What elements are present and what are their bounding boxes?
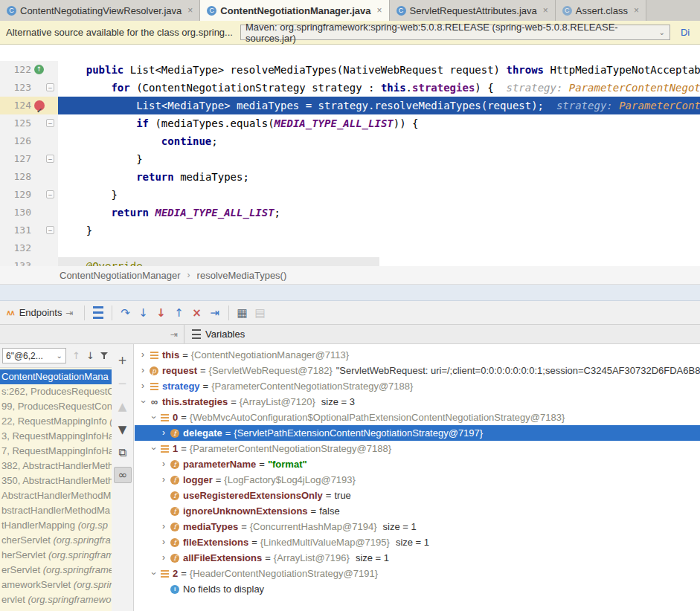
stack-frame-item[interactable]: tHandlerMapping (org.sp [0,518,112,533]
previous-frame-icon[interactable]: ↑ [72,350,80,361]
tab-ServletRequestAttributes.java[interactable]: CServletRequestAttributes.java× [390,0,556,21]
variable-row[interactable]: ›∞this.strategies={ArrayList@7120}size =… [135,394,700,410]
next-frame-icon[interactable]: ↓ [86,350,94,361]
tab-ContentNegotiatingViewResolver.java[interactable]: CContentNegotiatingViewResolver.java× [0,0,200,21]
expander-icon[interactable]: › [146,413,161,423]
code-line-128[interactable]: 128 return mediaTypes; [0,168,700,186]
variable-row[interactable]: ›prequest={ServletWebRequest@7182}"Servl… [135,363,700,378]
code-line-129[interactable]: 129− } [0,186,700,204]
variable-row[interactable]: ›this={ContentNegotiationManager@7113} [135,347,700,363]
variable-row[interactable]: ›fallFileExtensions={ArrayList@7196}size… [135,550,700,566]
code-editor[interactable]: 122↑ public List<MediaType> resolveMedia… [0,45,700,266]
code-line-133[interactable]: 133 @Override [0,257,700,266]
drop-frame-icon[interactable]: × [188,306,206,320]
expander-icon[interactable]: › [158,425,169,441]
expander-icon[interactable]: › [158,534,169,550]
close-icon[interactable]: × [543,5,548,16]
stack-frame-item[interactable]: 382, AbstractHandlerMeth [0,459,112,473]
move-down-icon[interactable]: ▼ [112,421,133,439]
stack-frame-item[interactable]: ervlet (org.springframewo [0,592,112,607]
move-up-icon[interactable]: ▲ [112,398,133,416]
variable-row[interactable]: ›fdelegate={ServletPathExtensionContentN… [135,425,700,441]
variable-row[interactable]: ›flogger={LogFactory$Log4jLog@7193} [135,472,700,488]
code-line-125[interactable]: 125− if (mediaTypes.equals(MEDIA_TYPE_AL… [0,114,700,132]
expander-icon[interactable]: › [146,569,161,579]
close-icon[interactable]: × [634,5,639,16]
code-line-126[interactable]: 126 continue; [0,132,700,150]
fold-marker-icon[interactable]: − [46,119,54,127]
code-line-124[interactable]: 124✔ List<MediaType> mediaTypes = strate… [0,97,700,114]
stack-frame-item[interactable]: ContentNegotiationMana [0,369,112,384]
step-over-icon[interactable]: ↷ [117,306,135,320]
variable-row[interactable]: fignoreUnknownExtensions=false [135,503,700,519]
variable-row[interactable]: iNo fields to display [135,581,700,597]
expander-icon[interactable]: › [158,550,169,566]
tab-ContentNegotiationManager.java[interactable]: CContentNegotiationManager.java× [200,0,389,21]
step-into-icon[interactable]: ↓ [135,306,152,320]
evaluate-expression-icon[interactable]: ▦ [234,306,251,320]
variable-row[interactable]: ›0={WebMvcAutoConfiguration$OptionalPath… [135,410,700,425]
close-icon[interactable]: × [377,5,382,16]
variable-row[interactable]: ›fparameterName="format" [135,456,700,472]
expander-icon[interactable]: › [158,519,169,534]
variables-tree[interactable]: ›this={ContentNegotiationManager@7113}›p… [135,344,700,611]
source-jar-select[interactable]: Maven: org.springframework:spring-web:5.… [240,25,670,40]
close-icon[interactable]: × [187,5,193,16]
show-watches-icon[interactable]: ∞ [114,467,132,483]
duplicate-icon[interactable]: ⧉ [112,444,133,462]
disable-link[interactable]: Di [681,27,690,38]
layout-settings-icon[interactable]: ▤ [251,306,269,320]
stack-frame-item[interactable]: s:262, ProducesRequestCo [0,384,112,399]
stack-frame-item[interactable]: cherServlet (org.springfra [0,533,112,548]
stack-frame-item[interactable]: erServlet (org.springframe [0,563,112,578]
variable-row[interactable]: ›fmediaTypes={ConcurrentHashMap@7194}siz… [135,519,700,534]
step-out-icon[interactable]: ↑ [170,306,188,320]
variables-panel-header[interactable]: Variables [184,325,245,343]
remove-watch-icon[interactable]: − [112,375,133,392]
variable-row[interactable]: ›strategy={ParameterContentNegotiationSt… [135,378,700,394]
code-line-131[interactable]: 131− } [0,222,700,239]
force-step-into-icon[interactable]: ↓ [152,306,170,320]
expander-icon[interactable]: › [138,378,148,394]
code-line-132[interactable]: 132 [0,239,700,257]
fold-marker-icon[interactable]: − [46,226,54,234]
expander-icon[interactable]: › [138,347,148,363]
stack-frame-item[interactable]: 350, AbstractHandlerMetho [0,473,112,488]
code-line-122[interactable]: 122↑ public List<MediaType> resolveMedia… [0,61,700,79]
fold-marker-icon[interactable]: − [46,155,54,163]
code-line-123[interactable]: 123− for (ContentNegotiationStrategy str… [0,79,700,97]
override-marker-icon[interactable]: ↑ [34,65,44,74]
expander-icon[interactable]: › [135,397,151,407]
breadcrumb-item[interactable]: ContentNegotiationManager [60,270,181,281]
view-options-icon[interactable] [93,306,103,319]
expander-icon[interactable]: › [146,444,161,454]
stack-frame-item[interactable]: 7, RequestMappingInfoHa [0,444,112,459]
stack-frame-item[interactable]: 22, RequestMappingInfo (o [0,414,112,429]
variable-row[interactable]: ›1={ParameterContentNegotiationStrategy@… [135,441,700,456]
add-watch-icon[interactable]: + [112,352,133,369]
code-line-130[interactable]: 130 return MEDIA_TYPE_ALL_LIST; [0,204,700,222]
stack-frame-item[interactable]: ameworkServlet (org.sprin [0,578,112,592]
thread-select[interactable]: 6"@6,2... ⌄ [2,348,66,363]
tab-endpoints[interactable]: ∧∧Endpoints⇥ [0,307,80,318]
stack-frame-item[interactable]: herServlet (org.springfram [0,548,112,563]
run-to-cursor-icon[interactable]: ⇥ [206,306,224,320]
breakpoint-icon[interactable]: ✔ [34,100,45,111]
fold-marker-icon[interactable]: − [46,190,54,198]
frames-list[interactable]: ContentNegotiationManas:262, ProducesReq… [0,369,112,611]
filter-icon[interactable] [100,352,109,360]
expander-icon[interactable]: › [138,363,148,378]
pin-icon[interactable]: ⇥ [170,329,178,340]
variable-row[interactable]: ›2={HeaderContentNegotiationStrategy@719… [135,566,700,581]
fold-marker-icon[interactable]: − [46,83,54,91]
expander-icon[interactable]: › [158,472,169,488]
stack-frame-item[interactable]: AbstractHandlerMethodM [0,488,112,503]
stack-frame-item[interactable]: 99, ProducesRequestCond [0,399,112,414]
tab-Assert.class[interactable]: CAssert.class× [556,0,646,21]
variable-row[interactable]: ›ffileExtensions={LinkedMultiValueMap@71… [135,534,700,550]
expander-icon[interactable]: › [158,456,169,472]
code-line-127[interactable]: 127− } [0,150,700,168]
stack-frame-item[interactable]: 3, RequestMappingInfoHa [0,429,112,444]
variable-row[interactable]: fuseRegisteredExtensionsOnly=true [135,488,700,503]
breadcrumb-item[interactable]: resolveMediaTypes() [197,270,287,281]
